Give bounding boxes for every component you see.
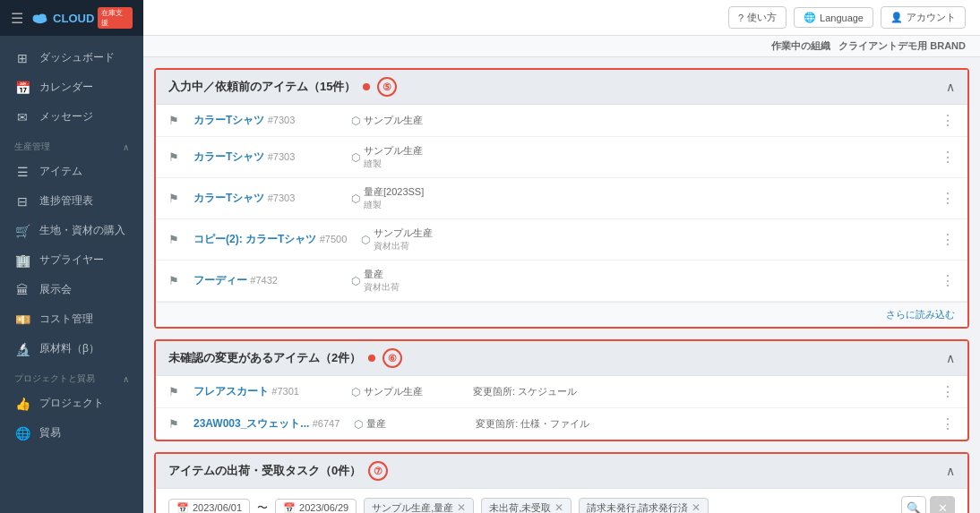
message-icon: ✉ — [14, 110, 30, 124]
sidebar-item-label: 展示会 — [39, 282, 72, 297]
exhibition-icon: 🏛 — [14, 283, 30, 297]
logo-badge: 在庫支援 — [98, 7, 133, 29]
filter-tag-remove[interactable]: ✕ — [457, 501, 466, 513]
filter-tag-remove[interactable]: ✕ — [692, 501, 701, 513]
panel-unconfirmed-header: 未確認の変更があるアイテム（2件） ⑥ ∧ — [156, 341, 967, 376]
item-flag-icon: ⚑ — [168, 192, 179, 205]
panel-shipping: アイテムの出荷・受取タスク（0件） ⑦ ∧ 📅 2023/06/01 〜 📅 2… — [154, 452, 969, 513]
panel-input-title-text: 入力中／依頼前のアイテム（15件） — [168, 79, 356, 95]
item-meta: ⬡ サンプル生産 — [351, 385, 459, 398]
sidebar-item-supplier[interactable]: 🏢 サプライヤー — [0, 245, 143, 275]
collapse-button-unconfirmed[interactable]: ∧ — [946, 351, 955, 365]
filter-tag-remove[interactable]: ✕ — [554, 501, 563, 513]
section-header-production: 生産管理 ∧ — [0, 132, 143, 157]
load-more-button[interactable]: さらに読み込む — [156, 302, 967, 327]
collapse-button-shipping[interactable]: ∧ — [946, 464, 955, 478]
filter-tag-shipping: 未出荷,未受取 ✕ — [481, 498, 572, 514]
sidebar-item-messages[interactable]: ✉ メッセージ — [0, 102, 143, 132]
item-link[interactable]: カラーTシャツ — [193, 150, 264, 163]
item-link[interactable]: フーディー — [193, 274, 247, 286]
item-link[interactable]: 23AW003_スウェット... — [193, 417, 309, 430]
panel-input-header: 入力中／依頼前のアイテム（15件） ⑤ ∧ — [156, 70, 967, 105]
date-filter-from[interactable]: 📅 2023/06/01 — [168, 499, 250, 514]
section-collapse-icon[interactable]: ∧ — [123, 374, 129, 384]
item-name-block: カラーTシャツ #7303 — [193, 113, 337, 128]
item-name-block: フレアスカート #7301 — [193, 384, 337, 399]
row-more-button[interactable]: ⋮ — [941, 231, 955, 248]
row-more-button[interactable]: ⋮ — [941, 272, 955, 289]
date-from-value: 2023/06/01 — [193, 502, 242, 513]
panel-badge-5: ⑤ — [377, 77, 397, 97]
table-row: ⚑ コピー(2): カラーTシャツ #7500 ⬡ サンプル生産 資材出荷 ⋮ — [156, 219, 967, 261]
supplier-icon: 🏢 — [14, 253, 30, 268]
item-id: #6747 — [313, 418, 340, 429]
sidebar-item-progress[interactable]: ⊟ 進捗管理表 — [0, 186, 143, 216]
item-meta-icon: ⬡ — [351, 386, 360, 398]
item-meta-icon: ⬡ — [354, 418, 363, 431]
item-meta-text: サンプル生産 — [364, 114, 423, 127]
item-name-block: 23AW003_スウェット... #6747 — [193, 416, 340, 432]
table-row: ⚑ 23AW003_スウェット... #6747 ⬡ 量産 変更箇所: 仕様・フ… — [156, 408, 967, 440]
calendar-icon: 📅 — [176, 502, 189, 514]
filter-actions: 🔍 ✕ — [901, 496, 955, 513]
section-collapse-icon[interactable]: ∧ — [123, 142, 129, 152]
item-meta-icon: ⬡ — [351, 192, 360, 205]
sidebar-item-exhibition[interactable]: 🏛 展示会 — [0, 275, 143, 304]
sidebar-item-cost[interactable]: 💴 コスト管理 — [0, 304, 143, 334]
purchase-icon: 🛒 — [14, 224, 30, 238]
panel-unconfirmed: 未確認の変更があるアイテム（2件） ⑥ ∧ ⚑ フレアスカート #7301 ⬡ … — [154, 339, 969, 441]
row-more-button[interactable]: ⋮ — [941, 149, 955, 166]
item-link[interactable]: コピー(2): カラーTシャツ — [193, 233, 316, 245]
status-dot — [368, 355, 375, 362]
work-indicator: 作業中の組織 クライアントデモ用 BRAND — [143, 36, 980, 57]
sidebar-item-materials[interactable]: 🔬 原材料（β） — [0, 334, 143, 363]
item-link[interactable]: カラーTシャツ — [193, 192, 264, 204]
tilde-separator: 〜 — [257, 500, 268, 514]
item-meta-text: 量産 — [366, 417, 386, 431]
account-button[interactable]: 👤 アカウント — [881, 6, 966, 29]
row-more-button[interactable]: ⋮ — [941, 415, 955, 432]
sidebar-item-dashboard[interactable]: ⊞ ダッシュボード — [0, 43, 143, 73]
table-row: ⚑ カラーTシャツ #7303 ⬡ サンプル生産 ⋮ — [156, 105, 967, 137]
item-flag-icon: ⚑ — [168, 417, 179, 431]
panel-input: 入力中／依頼前のアイテム（15件） ⑤ ∧ ⚑ カラーTシャツ #7303 ⬡ … — [154, 68, 969, 329]
filter-tag-text: サンプル生産,量産 — [372, 501, 453, 514]
globe-icon: 🌐 — [804, 12, 816, 23]
sidebar-item-trade[interactable]: 🌐 貿易 — [0, 418, 143, 448]
date-filter-to[interactable]: 📅 2023/06/29 — [275, 499, 357, 514]
item-link[interactable]: フレアスカート — [193, 385, 269, 398]
sidebar-item-label: サプライヤー — [39, 252, 104, 268]
panel-input-title: 入力中／依頼前のアイテム（15件） ⑤ — [168, 77, 397, 97]
sidebar-item-items[interactable]: ☰ アイテム — [0, 157, 143, 186]
collapse-button-input[interactable]: ∧ — [946, 80, 955, 94]
svg-point-2 — [39, 14, 47, 21]
search-button[interactable]: 🔍 — [901, 496, 926, 513]
item-meta-text: 量産[2023SS] — [364, 185, 424, 199]
panel-badge-6: ⑥ — [383, 348, 402, 368]
item-meta: ⬡ 量産 資材出荷 — [351, 268, 459, 294]
language-button[interactable]: 🌐 Language — [794, 7, 873, 28]
calendar-icon: 📅 — [14, 81, 30, 95]
sidebar-item-calendar[interactable]: 📅 カレンダー — [0, 73, 143, 102]
item-id: #7303 — [268, 151, 296, 162]
item-flag-icon: ⚑ — [168, 114, 179, 127]
table-row: ⚑ カラーTシャツ #7303 ⬡ サンプル生産 縫製 ⋮ — [156, 137, 967, 178]
topbar: ? 使い方 🌐 Language 👤 アカウント — [143, 0, 980, 36]
section-label: 生産管理 — [14, 141, 50, 153]
usage-button[interactable]: ? 使い方 — [728, 6, 787, 29]
materials-icon: 🔬 — [14, 342, 30, 356]
panel-unconfirmed-title: 未確認の変更があるアイテム（2件） ⑥ — [168, 348, 402, 368]
row-more-button[interactable]: ⋮ — [941, 190, 955, 207]
hamburger-icon[interactable]: ☰ — [11, 10, 23, 27]
sidebar-item-purchase[interactable]: 🛒 生地・資材の購入 — [0, 216, 143, 245]
work-org-name: クライアントデモ用 BRAND — [838, 40, 966, 51]
row-more-button[interactable]: ⋮ — [941, 383, 955, 400]
filter-tag-invoice: 請求未発行,請求発行済 ✕ — [579, 498, 709, 514]
item-link[interactable]: カラーTシャツ — [193, 114, 264, 126]
sidebar-item-project[interactable]: 👍 プロジェクト — [0, 389, 143, 418]
item-name-block: カラーTシャツ #7303 — [193, 150, 337, 165]
row-more-button[interactable]: ⋮ — [941, 112, 955, 129]
clear-button[interactable]: ✕ — [930, 496, 955, 513]
item-meta-icon: ⬡ — [361, 234, 370, 246]
account-label: アカウント — [907, 11, 956, 24]
